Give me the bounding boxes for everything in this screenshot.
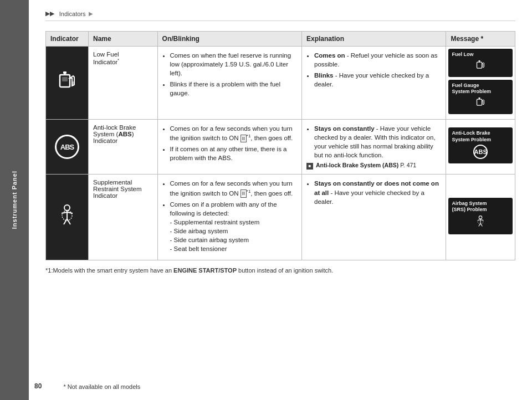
srs-indicator-icon-cell — [46, 175, 89, 260]
abs-explanation: Stays on constantly - Have your vehicle … — [301, 120, 446, 175]
fuel-icon — [57, 70, 78, 95]
abs-onblinking: Comes on for a few seconds when you turn… — [157, 120, 301, 175]
indicator-table: Indicator Name On/Blinking Explanation M… — [45, 31, 515, 260]
table-row: ABS Anti-lock BrakeSystem (ABS)Indicator… — [46, 120, 515, 175]
svg-rect-5 — [477, 62, 482, 68]
fuel-indicator-name: Low FuelIndicator* — [89, 47, 158, 120]
page-number: 80 — [34, 382, 42, 390]
svg-line-14 — [67, 212, 73, 213]
breadcrumb-sep1 — [56, 11, 58, 17]
page-footnote: * Not available on all models — [50, 383, 140, 390]
svg-line-22 — [479, 223, 480, 226]
fuel-indicator-icon-cell — [46, 47, 89, 120]
srs-explanation: Stays on constantly or does not come on … — [301, 175, 446, 260]
srs-msg-icon — [452, 215, 509, 232]
crossref-icon: ■ — [306, 163, 313, 170]
abs-indicator-name: Anti-lock BrakeSystem (ABS)Indicator — [89, 120, 158, 175]
svg-line-20 — [478, 220, 480, 220]
svg-point-11 — [64, 205, 70, 211]
col-header-onblinking: On/Blinking — [157, 32, 301, 47]
svg-rect-3 — [63, 71, 66, 74]
abs-crossref: ■ Anti-lock Brake System (ABS) P. 471 — [306, 162, 441, 170]
svg-line-15 — [64, 219, 67, 224]
abs-message: Anti-Lock BrakeSystem Problem ABS — [446, 120, 515, 175]
srs-icon — [56, 203, 78, 230]
breadcrumb-text: Indicators — [59, 11, 86, 17]
fuel-gauge-title: Fuel GaugeSystem Problem — [452, 83, 509, 95]
srs-problem-title: Airbag System(SRS) Problem — [452, 201, 509, 213]
svg-rect-1 — [62, 77, 68, 81]
abs-icon: ABS — [55, 135, 79, 159]
abs-problem-title: Anti-Lock BrakeSystem Problem — [452, 130, 509, 143]
fuel-message: Fuel Low Fuel GaugeSystem Problem — [446, 47, 515, 120]
svg-rect-4 — [72, 81, 74, 86]
breadcrumb-arrows: ▶▶ — [45, 10, 54, 17]
fuel-low-title: Fuel Low — [452, 52, 509, 58]
table-header-row: Indicator Name On/Blinking Explanation M… — [46, 32, 515, 47]
abs-indicator-icon-cell: ABS — [46, 120, 89, 175]
svg-rect-10 — [479, 98, 480, 99]
main-content: ▶▶ Indicators ▶ Indicator Name On/Blinki… — [29, 0, 532, 286]
col-header-indicator: Indicator — [46, 32, 89, 47]
svg-rect-8 — [477, 99, 482, 105]
fuel-explanation: Comes on - Refuel your vehicle as soon a… — [301, 47, 446, 120]
svg-line-21 — [480, 220, 483, 220]
table-row: Low FuelIndicator* Comes on when the fue… — [46, 47, 515, 120]
fuel-gauge-problem-box: Fuel GaugeSystem Problem — [448, 80, 513, 114]
table-row: SupplementalRestraint SystemIndicator Co… — [46, 175, 515, 260]
sidebar: Instrument Panel — [0, 0, 29, 400]
srs-message: Airbag System(SRS) Problem — [446, 175, 515, 260]
srs-problem-box: Airbag System(SRS) Problem — [448, 198, 513, 234]
col-header-message: Message * — [446, 32, 515, 47]
svg-rect-7 — [479, 60, 480, 61]
breadcrumb-arrow2: ▶ — [87, 11, 93, 17]
fuel-low-icon — [452, 60, 509, 74]
svg-point-18 — [479, 216, 482, 219]
srs-onblinking: Comes on for a few seconds when you turn… — [157, 175, 301, 260]
srs-indicator-name: SupplementalRestraint SystemIndicator — [89, 175, 158, 260]
sidebar-label: Instrument Panel — [11, 171, 18, 229]
col-header-name: Name — [89, 32, 158, 47]
col-header-explanation: Explanation — [301, 32, 446, 47]
abs-msg-icon: ABS — [473, 145, 488, 159]
fuel-low-message-box: Fuel Low — [448, 49, 513, 77]
fuel-onblinking: Comes on when the fuel reserve is runnin… — [157, 47, 301, 120]
fuel-gauge-icon — [452, 97, 509, 111]
breadcrumb: ▶▶ Indicators ▶ — [45, 10, 515, 21]
footnote1: *1:Models with the smart entry system ha… — [45, 266, 515, 275]
abs-problem-box: Anti-Lock BrakeSystem Problem ABS — [448, 127, 513, 163]
